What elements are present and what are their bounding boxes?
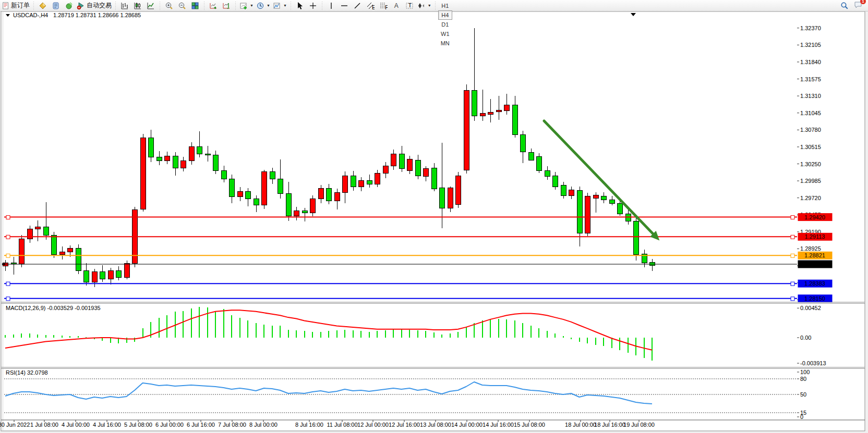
fibonacci-button[interactable]: F	[377, 1, 390, 10]
candle	[286, 193, 291, 216]
rsi-axis-label: 80	[800, 376, 806, 382]
candle	[164, 156, 170, 160]
timeframe-button-H1[interactable]: H1	[438, 1, 452, 10]
candle	[423, 168, 428, 176]
toolbar-separator	[159, 2, 161, 10]
line-handle[interactable]	[6, 254, 10, 257]
tile-windows-button[interactable]	[189, 1, 201, 10]
fibonacci-icon: F	[379, 2, 388, 10]
time-axis-label: 6 Jul 16:00	[187, 422, 215, 428]
line-handle[interactable]	[791, 282, 794, 286]
cursor-button[interactable]	[294, 1, 306, 10]
time-axis-label: 12 Jul 00:00	[357, 422, 389, 428]
time-axis-label: 15 Jul 08:00	[514, 422, 545, 428]
candle	[100, 271, 105, 279]
vertical-line-button[interactable]	[325, 1, 337, 10]
price-badge-label: 1.28150	[804, 295, 825, 302]
candle	[407, 159, 412, 170]
time-axis-label: 30 Jun 2022	[0, 422, 30, 428]
price-axis-label: 1.31045	[800, 110, 821, 116]
periods-button[interactable]: ▼	[255, 1, 271, 10]
rsi-axis-label: 100	[800, 369, 810, 375]
text-label-icon: T	[405, 2, 414, 10]
new-order-button[interactable]: 新订单	[1, 1, 31, 10]
line-handle[interactable]	[6, 235, 10, 239]
candle	[310, 199, 315, 213]
line-handle[interactable]	[6, 216, 10, 219]
candle	[633, 221, 638, 254]
arrows-tool-button[interactable]: ▼	[416, 1, 432, 10]
line-handle[interactable]	[6, 282, 10, 286]
price-axis-label: 1.32105	[800, 42, 821, 48]
price-axis-label: 1.31840	[800, 59, 821, 65]
candle	[528, 152, 534, 160]
candle	[415, 160, 420, 176]
candle	[480, 113, 485, 116]
crosshair-button[interactable]	[307, 1, 319, 10]
time-axis-label: 4 Jul 00:00	[62, 422, 90, 428]
time-axis-label: 11 Jul 08:00	[327, 422, 357, 428]
templates-button[interactable]: ▼	[272, 1, 288, 10]
zoom-in-icon	[165, 2, 173, 10]
line-handle[interactable]	[791, 254, 794, 257]
candle	[197, 146, 202, 154]
macd-label: MACD(12,26,9) -0.003529 -0.001935	[6, 305, 101, 311]
macd-axis-label: -0.003913	[800, 360, 826, 366]
indicators-icon	[239, 2, 248, 10]
notification-badge: 1	[860, 0, 866, 4]
indicators-button[interactable]: ▼	[238, 1, 255, 10]
candle	[51, 235, 56, 254]
chart-canvas[interactable]: 1.323701.321051.318401.315751.313101.310…	[0, 0, 868, 433]
notifications-button[interactable]: 1	[854, 1, 863, 11]
search-icon[interactable]	[840, 2, 849, 10]
timeframe-button-W1[interactable]: W1	[438, 29, 452, 39]
line-handle[interactable]	[791, 216, 794, 219]
equidistant-channel-button[interactable]: E	[364, 1, 377, 10]
data-window-button[interactable]	[50, 1, 62, 10]
candle	[148, 138, 153, 157]
line-handle[interactable]	[791, 297, 794, 301]
autotrading-button[interactable]: 自动交易	[76, 1, 113, 10]
chevron-down-icon: ▼	[250, 4, 254, 7]
chart-shift-button[interactable]	[220, 1, 233, 10]
time-axis-label: 12 Jul 16:00	[389, 422, 420, 428]
timeframe-button-H4[interactable]: H4	[438, 10, 452, 20]
timeframe-button-D1[interactable]: D1	[438, 20, 452, 29]
text-tool-icon: A	[394, 2, 399, 9]
text-label-button[interactable]: T	[403, 1, 416, 10]
candle	[140, 138, 146, 209]
candle	[504, 105, 509, 110]
zoom-out-button[interactable]	[176, 1, 188, 10]
candle	[439, 188, 444, 208]
line-chart-button[interactable]	[144, 1, 157, 10]
candle	[189, 146, 194, 160]
horizontal-line-button[interactable]	[338, 1, 351, 10]
candle	[278, 179, 283, 193]
toolbar-separator	[234, 2, 237, 10]
candle	[254, 199, 259, 205]
zoom-in-button[interactable]	[163, 1, 175, 10]
candle	[92, 271, 97, 282]
crosshair-icon	[309, 2, 317, 10]
auto-scroll-button[interactable]	[207, 1, 220, 10]
candle	[83, 270, 89, 282]
text-button[interactable]: A	[390, 1, 403, 10]
line-handle[interactable]	[6, 297, 10, 301]
trendline-button[interactable]	[351, 1, 364, 10]
candle	[334, 192, 340, 201]
bar-chart-button[interactable]	[118, 1, 131, 10]
market-watch-button[interactable]	[37, 1, 49, 10]
candle	[569, 190, 574, 195]
tile-windows-icon	[191, 2, 199, 10]
time-axis-label: 6 Jul 00:00	[155, 422, 184, 428]
rsi-label: RSI(14) 32.0798	[6, 369, 48, 376]
candle-chart-button[interactable]	[131, 1, 144, 10]
chevron-down-icon: ▼	[267, 4, 270, 7]
line-handle[interactable]	[791, 235, 794, 239]
candle	[221, 170, 226, 179]
candle	[561, 185, 566, 195]
candle	[649, 262, 655, 265]
timeframe-button-MN[interactable]: MN	[438, 39, 452, 48]
periods-clock-icon	[256, 2, 264, 10]
navigator-button[interactable]	[63, 1, 75, 10]
